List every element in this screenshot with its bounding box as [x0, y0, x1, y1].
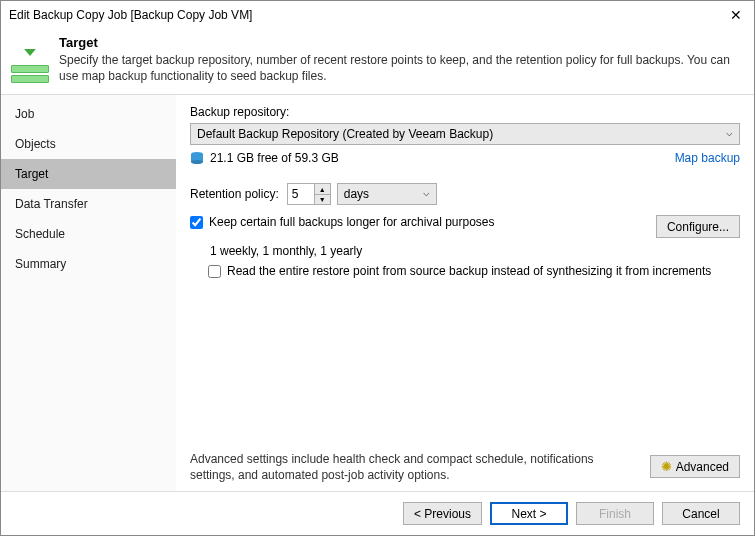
- advanced-button[interactable]: ✺ Advanced: [650, 455, 740, 478]
- wizard-sidebar: Job Objects Target Data Transfer Schedul…: [1, 95, 176, 491]
- disk-icon: [190, 151, 204, 165]
- backup-repository-value: Default Backup Repository (Created by Ve…: [197, 127, 493, 141]
- next-button[interactable]: Next >: [490, 502, 568, 525]
- sidebar-item-objects[interactable]: Objects: [1, 129, 176, 159]
- map-backup-link[interactable]: Map backup: [675, 151, 740, 165]
- cancel-button[interactable]: Cancel: [662, 502, 740, 525]
- page-subtitle: Specify the target backup repository, nu…: [59, 52, 744, 84]
- sidebar-item-job[interactable]: Job: [1, 99, 176, 129]
- spinner-down-icon[interactable]: ▼: [315, 195, 330, 205]
- sidebar-item-summary[interactable]: Summary: [1, 249, 176, 279]
- page-title: Target: [59, 35, 744, 50]
- advanced-settings-description: Advanced settings include health check a…: [190, 451, 650, 483]
- read-entire-restore-point-label: Read the entire restore point from sourc…: [227, 264, 740, 278]
- spinner-up-icon[interactable]: ▲: [315, 184, 330, 195]
- finish-button: Finish: [576, 502, 654, 525]
- retention-policy-label: Retention policy:: [190, 187, 279, 201]
- sidebar-item-data-transfer[interactable]: Data Transfer: [1, 189, 176, 219]
- retention-value-input[interactable]: [288, 187, 314, 201]
- svg-point-2: [191, 160, 203, 164]
- retention-value-spinner[interactable]: ▲ ▼: [287, 183, 331, 205]
- close-icon[interactable]: ✕: [726, 7, 746, 23]
- keep-full-backups-checkbox[interactable]: [190, 216, 203, 229]
- backup-repository-dropdown[interactable]: Default Backup Repository (Created by Ve…: [190, 123, 740, 145]
- titlebar: Edit Backup Copy Job [Backup Copy Job VM…: [1, 1, 754, 29]
- sidebar-item-target[interactable]: Target: [1, 159, 176, 189]
- previous-button[interactable]: < Previous: [403, 502, 482, 525]
- repository-free-space: 21.1 GB free of 59.3 GB: [210, 151, 339, 165]
- read-entire-restore-point-checkbox[interactable]: [208, 265, 221, 278]
- sidebar-item-schedule[interactable]: Schedule: [1, 219, 176, 249]
- content-panel: Backup repository: Default Backup Reposi…: [176, 95, 754, 491]
- retention-unit-dropdown[interactable]: days: [337, 183, 437, 205]
- advanced-button-label: Advanced: [676, 460, 729, 474]
- configure-button[interactable]: Configure...: [656, 215, 740, 238]
- header: Target Specify the target backup reposit…: [1, 29, 754, 95]
- target-icon: [11, 35, 49, 83]
- backup-repository-label: Backup repository:: [190, 105, 740, 119]
- footer: < Previous Next > Finish Cancel: [1, 491, 754, 535]
- gfs-summary: 1 weekly, 1 monthly, 1 yearly: [210, 244, 740, 258]
- retention-unit-value: days: [344, 187, 369, 201]
- keep-full-backups-label: Keep certain full backups longer for arc…: [209, 215, 656, 229]
- gear-icon: ✺: [661, 459, 672, 474]
- window-title: Edit Backup Copy Job [Backup Copy Job VM…: [9, 8, 726, 22]
